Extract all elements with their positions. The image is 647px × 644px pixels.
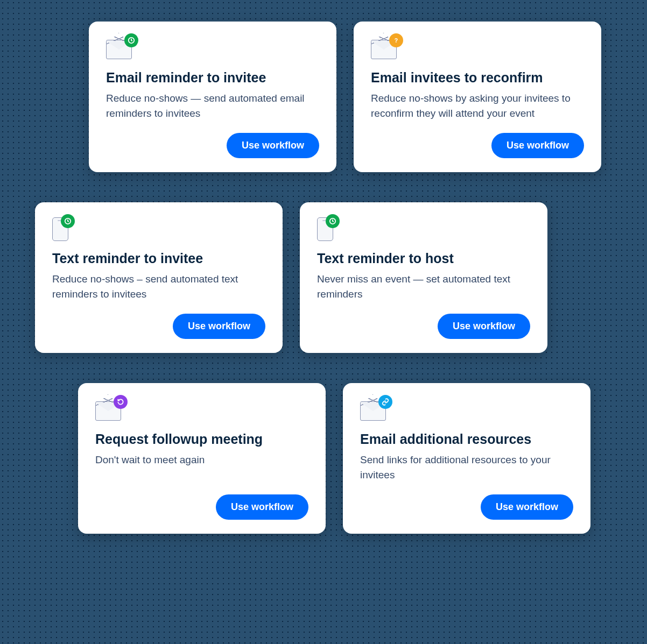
link-badge-icon xyxy=(378,395,392,409)
use-workflow-button[interactable]: Use workflow xyxy=(481,494,573,520)
workflow-card-email-reminder-invitee: Email reminder to invitee Reduce no-show… xyxy=(89,22,336,172)
workflow-card-grid: Email reminder to invitee Reduce no-show… xyxy=(0,22,647,534)
workflow-card-text-reminder-host: Text reminder to host Never miss an even… xyxy=(300,202,547,353)
workflow-card-email-resources: Email additional resources Send links fo… xyxy=(343,383,590,534)
card-row: Text reminder to invitee Reduce no-shows… xyxy=(0,202,615,353)
workflow-card-email-reconfirm: ? Email invitees to reconfirm Reduce no-… xyxy=(354,22,601,172)
use-workflow-button[interactable]: Use workflow xyxy=(491,133,584,158)
card-description: Reduce no-shows – send automated text re… xyxy=(52,272,265,305)
question-badge-icon: ? xyxy=(389,33,403,47)
workflow-card-text-reminder-invitee: Text reminder to invitee Reduce no-shows… xyxy=(35,202,283,353)
card-row: Email reminder to invitee Reduce no-show… xyxy=(22,22,647,172)
card-actions: Use workflow xyxy=(317,314,530,339)
clock-badge-icon xyxy=(61,214,75,228)
clock-badge-icon xyxy=(326,214,340,228)
card-icon xyxy=(360,398,390,422)
card-actions: Use workflow xyxy=(106,133,319,158)
card-actions: Use workflow xyxy=(371,133,584,158)
card-description: Send links for additional resources to y… xyxy=(360,452,573,486)
use-workflow-button[interactable]: Use workflow xyxy=(227,133,319,158)
clock-badge-icon xyxy=(124,33,138,47)
card-actions: Use workflow xyxy=(52,314,265,339)
card-description: Reduce no-shows — send automated email r… xyxy=(106,91,319,124)
card-icon xyxy=(106,37,136,60)
workflow-card-request-followup: Request followup meeting Don't wait to m… xyxy=(78,383,326,534)
card-actions: Use workflow xyxy=(95,494,308,520)
card-title: Email invitees to reconfirm xyxy=(371,70,584,86)
card-icon xyxy=(52,217,82,241)
card-title: Request followup meeting xyxy=(95,431,308,447)
card-actions: Use workflow xyxy=(360,494,573,520)
card-description: Never miss an event — set automated text… xyxy=(317,272,530,305)
use-workflow-button[interactable]: Use workflow xyxy=(438,314,530,339)
card-title: Email reminder to invitee xyxy=(106,70,319,86)
refresh-badge-icon xyxy=(114,395,128,409)
use-workflow-button[interactable]: Use workflow xyxy=(173,314,265,339)
card-title: Email additional resources xyxy=(360,431,573,447)
card-row: Request followup meeting Don't wait to m… xyxy=(11,383,647,534)
card-description: Don't wait to meet again xyxy=(95,452,308,486)
card-icon: ? xyxy=(371,37,401,60)
card-icon xyxy=(95,398,125,422)
card-description: Reduce no-shows by asking your invitees … xyxy=(371,91,584,124)
card-icon xyxy=(317,217,347,241)
svg-text:?: ? xyxy=(395,37,398,44)
card-title: Text reminder to invitee xyxy=(52,251,265,266)
use-workflow-button[interactable]: Use workflow xyxy=(216,494,308,520)
card-title: Text reminder to host xyxy=(317,251,530,266)
